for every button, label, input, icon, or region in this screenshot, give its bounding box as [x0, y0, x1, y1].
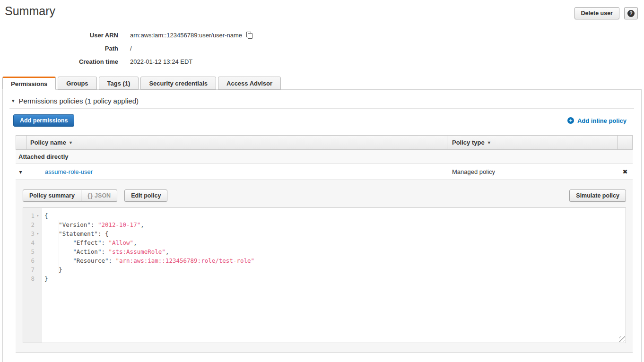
edit-policy-button[interactable]: Edit policy	[124, 190, 167, 202]
code-line: "Action": "sts:AssumeRole",	[44, 247, 626, 256]
line-number: 5	[23, 247, 35, 256]
gutter-line: 3▾	[23, 229, 42, 238]
gutter-line: 5	[23, 247, 42, 256]
simulate-policy-button[interactable]: Simulate policy	[569, 190, 626, 202]
editor-code-area[interactable]: { "Version": "2012-10-17", "Statement": …	[42, 208, 626, 343]
editor-resize-handle[interactable]	[619, 336, 625, 342]
sort-down-icon: ▾	[70, 140, 72, 145]
detail-label: Creation time	[0, 58, 118, 65]
code-line: "Statement": {	[44, 229, 626, 238]
plus-circle-icon: +	[567, 117, 574, 124]
indent-guide	[73, 238, 73, 265]
add-inline-policy-link[interactable]: + Add inline policy	[567, 117, 627, 124]
braces-icon: { }	[87, 192, 92, 199]
gutter-line: 6	[23, 256, 42, 265]
policy-view-toggle: Policy summary { } JSON	[23, 190, 117, 202]
code-line: "Version": "2012-10-17",	[44, 220, 626, 229]
path-value: /	[130, 45, 132, 52]
line-number: 6	[23, 256, 35, 265]
line-number: 7	[23, 265, 35, 274]
indent-guide	[59, 220, 59, 274]
page-title: Summary	[0, 0, 644, 18]
permissions-policies-section-toggle[interactable]: ▾ Permissions policies (1 policy applied…	[12, 97, 641, 105]
policy-name-column-header[interactable]: Policy name ▾	[26, 136, 447, 149]
copy-icon[interactable]	[246, 32, 253, 39]
gutter-line: 2	[23, 220, 42, 229]
detail-row-user-arn: User ARN arn:aws:iam::123456789:user/use…	[0, 28, 644, 42]
user-details: User ARN arn:aws:iam::123456789:user/use…	[0, 22, 644, 68]
page-header: Summary Delete user ?	[0, 0, 644, 22]
policy-type-value: Managed policy	[447, 168, 618, 175]
policy-table-row: ▾ assume-role-user Managed policy ✖	[16, 164, 633, 180]
user-arn-value: arn:aws:iam::123456789:user/user-name	[130, 32, 242, 39]
sort-down-icon: ▾	[488, 140, 490, 145]
line-number: 8	[23, 274, 35, 283]
row-expander[interactable]: ▾	[16, 169, 26, 175]
section-title: Permissions policies (1 policy applied)	[19, 97, 139, 105]
tab-groups[interactable]: Groups	[58, 77, 96, 90]
expander-down-icon: ▾	[19, 169, 22, 175]
code-line: }	[44, 274, 626, 283]
detail-row-path: Path /	[0, 42, 644, 55]
detail-label: Path	[0, 45, 118, 52]
question-mark-icon: ?	[627, 10, 635, 17]
fold-down-icon[interactable]: ▾	[35, 211, 41, 220]
gutter-line: 4	[23, 238, 42, 247]
code-line: {	[44, 211, 626, 220]
policy-table-header: Policy name ▾ Policy type ▾	[16, 135, 633, 150]
permissions-tab-panel: ▾ Permissions policies (1 policy applied…	[2, 89, 642, 362]
policy-json-editor[interactable]: 1▾23▾45678 { "Version": "2012-10-17", "S…	[23, 207, 626, 343]
policy-type-column-header[interactable]: Policy type ▾	[447, 136, 617, 149]
line-number: 4	[23, 238, 35, 247]
detail-row-creation-time: Creation time 2022-01-12 13:24 EDT	[0, 55, 644, 68]
line-number: 1	[23, 211, 35, 220]
detach-policy-icon[interactable]: ✖	[623, 168, 628, 175]
tab-tags[interactable]: Tags (1)	[99, 77, 139, 90]
add-permissions-button[interactable]: Add permissions	[13, 114, 74, 127]
header-actions: Delete user ?	[574, 7, 638, 19]
gutter-line: 8	[23, 274, 42, 283]
creation-time-value: 2022-01-12 13:24 EDT	[130, 58, 192, 65]
permissions-toolbar: Add permissions + Add inline policy	[13, 114, 627, 127]
policy-view-toolbar: Policy summary { } JSON Edit policy Simu…	[23, 190, 626, 202]
policy-summary-button[interactable]: Policy summary	[23, 190, 81, 202]
policy-detail-panel: Policy summary { } JSON Edit policy Simu…	[16, 180, 633, 353]
code-line: }	[44, 265, 626, 274]
detail-label: User ARN	[0, 32, 118, 39]
gutter-line: 1▾	[23, 211, 42, 220]
delete-user-button[interactable]: Delete user	[574, 7, 619, 19]
expander-column-header	[16, 136, 26, 149]
attached-directly-group-row: Attached directly	[16, 150, 633, 164]
section-divider	[9, 108, 634, 109]
tab-bar: Permissions Groups Tags (1) Security cre…	[2, 77, 642, 90]
policy-table: Policy name ▾ Policy type ▾ Attached dir…	[16, 135, 633, 180]
json-view-button[interactable]: { } JSON	[81, 190, 117, 202]
tab-access-advisor[interactable]: Access Advisor	[218, 77, 281, 90]
tab-permissions[interactable]: Permissions	[2, 77, 56, 90]
code-line: "Effect": "Allow",	[44, 238, 626, 247]
editor-gutter: 1▾23▾45678	[23, 208, 42, 343]
fold-down-icon[interactable]: ▾	[35, 229, 41, 238]
help-button[interactable]: ?	[624, 7, 638, 19]
policy-name-link[interactable]: assume-role-user	[45, 168, 93, 175]
line-number: 2	[23, 220, 35, 229]
line-number: 3	[23, 229, 35, 238]
caret-down-icon: ▾	[12, 98, 15, 103]
gutter-line: 7	[23, 265, 42, 274]
code-line: "Resource": "arn:aws:iam::123456789:role…	[44, 256, 626, 265]
add-inline-policy-label: Add inline policy	[577, 117, 627, 124]
actions-column-header	[617, 136, 632, 149]
tab-security-credentials[interactable]: Security credentials	[140, 77, 216, 90]
